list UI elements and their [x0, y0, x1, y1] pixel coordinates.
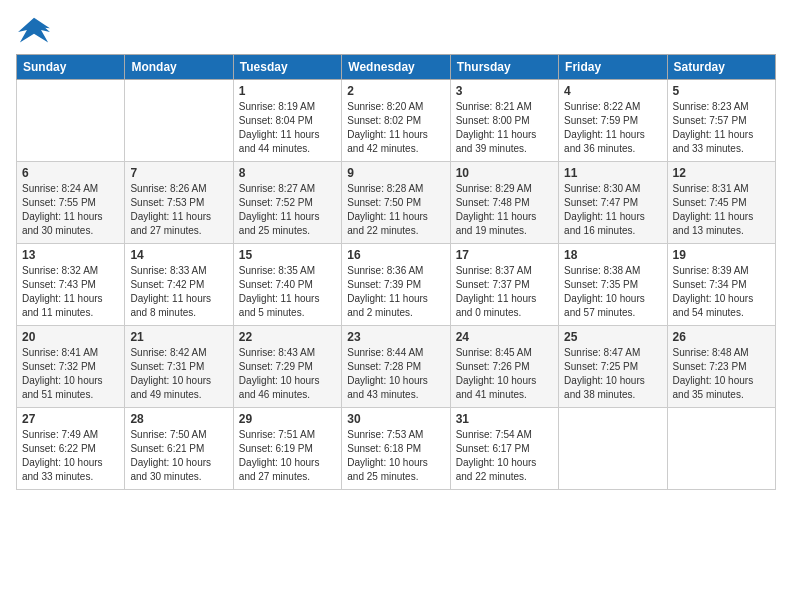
calendar-cell: 3Sunrise: 8:21 AM Sunset: 8:00 PM Daylig…: [450, 80, 558, 162]
day-number: 27: [22, 412, 119, 426]
day-info: Sunrise: 8:31 AM Sunset: 7:45 PM Dayligh…: [673, 182, 770, 238]
calendar-table: SundayMondayTuesdayWednesdayThursdayFrid…: [16, 54, 776, 490]
day-number: 2: [347, 84, 444, 98]
day-number: 20: [22, 330, 119, 344]
calendar-cell: 22Sunrise: 8:43 AM Sunset: 7:29 PM Dayli…: [233, 326, 341, 408]
day-info: Sunrise: 8:20 AM Sunset: 8:02 PM Dayligh…: [347, 100, 444, 156]
day-number: 23: [347, 330, 444, 344]
day-number: 10: [456, 166, 553, 180]
calendar-cell: [667, 408, 775, 490]
calendar-cell: 20Sunrise: 8:41 AM Sunset: 7:32 PM Dayli…: [17, 326, 125, 408]
logo: [16, 16, 56, 46]
calendar-cell: 24Sunrise: 8:45 AM Sunset: 7:26 PM Dayli…: [450, 326, 558, 408]
calendar-cell: 10Sunrise: 8:29 AM Sunset: 7:48 PM Dayli…: [450, 162, 558, 244]
day-info: Sunrise: 8:41 AM Sunset: 7:32 PM Dayligh…: [22, 346, 119, 402]
calendar-cell: 28Sunrise: 7:50 AM Sunset: 6:21 PM Dayli…: [125, 408, 233, 490]
day-number: 7: [130, 166, 227, 180]
calendar-cell: 16Sunrise: 8:36 AM Sunset: 7:39 PM Dayli…: [342, 244, 450, 326]
col-header-thursday: Thursday: [450, 55, 558, 80]
col-header-friday: Friday: [559, 55, 667, 80]
day-info: Sunrise: 8:32 AM Sunset: 7:43 PM Dayligh…: [22, 264, 119, 320]
day-info: Sunrise: 8:37 AM Sunset: 7:37 PM Dayligh…: [456, 264, 553, 320]
day-number: 8: [239, 166, 336, 180]
col-header-tuesday: Tuesday: [233, 55, 341, 80]
day-info: Sunrise: 8:44 AM Sunset: 7:28 PM Dayligh…: [347, 346, 444, 402]
day-info: Sunrise: 7:49 AM Sunset: 6:22 PM Dayligh…: [22, 428, 119, 484]
day-number: 13: [22, 248, 119, 262]
day-info: Sunrise: 8:43 AM Sunset: 7:29 PM Dayligh…: [239, 346, 336, 402]
col-header-monday: Monday: [125, 55, 233, 80]
calendar-cell: 17Sunrise: 8:37 AM Sunset: 7:37 PM Dayli…: [450, 244, 558, 326]
day-number: 1: [239, 84, 336, 98]
calendar-cell: 19Sunrise: 8:39 AM Sunset: 7:34 PM Dayli…: [667, 244, 775, 326]
col-header-wednesday: Wednesday: [342, 55, 450, 80]
day-info: Sunrise: 7:54 AM Sunset: 6:17 PM Dayligh…: [456, 428, 553, 484]
day-info: Sunrise: 7:50 AM Sunset: 6:21 PM Dayligh…: [130, 428, 227, 484]
day-info: Sunrise: 8:27 AM Sunset: 7:52 PM Dayligh…: [239, 182, 336, 238]
day-info: Sunrise: 8:29 AM Sunset: 7:48 PM Dayligh…: [456, 182, 553, 238]
day-number: 5: [673, 84, 770, 98]
day-info: Sunrise: 8:36 AM Sunset: 7:39 PM Dayligh…: [347, 264, 444, 320]
day-number: 28: [130, 412, 227, 426]
day-info: Sunrise: 7:53 AM Sunset: 6:18 PM Dayligh…: [347, 428, 444, 484]
day-number: 4: [564, 84, 661, 98]
day-number: 15: [239, 248, 336, 262]
day-info: Sunrise: 8:33 AM Sunset: 7:42 PM Dayligh…: [130, 264, 227, 320]
calendar-cell: 4Sunrise: 8:22 AM Sunset: 7:59 PM Daylig…: [559, 80, 667, 162]
calendar-cell: 21Sunrise: 8:42 AM Sunset: 7:31 PM Dayli…: [125, 326, 233, 408]
calendar-cell: 9Sunrise: 8:28 AM Sunset: 7:50 PM Daylig…: [342, 162, 450, 244]
calendar-cell: 29Sunrise: 7:51 AM Sunset: 6:19 PM Dayli…: [233, 408, 341, 490]
day-number: 24: [456, 330, 553, 344]
calendar-cell: 31Sunrise: 7:54 AM Sunset: 6:17 PM Dayli…: [450, 408, 558, 490]
day-number: 26: [673, 330, 770, 344]
calendar-cell: 15Sunrise: 8:35 AM Sunset: 7:40 PM Dayli…: [233, 244, 341, 326]
day-number: 11: [564, 166, 661, 180]
day-info: Sunrise: 8:24 AM Sunset: 7:55 PM Dayligh…: [22, 182, 119, 238]
day-number: 6: [22, 166, 119, 180]
day-info: Sunrise: 8:38 AM Sunset: 7:35 PM Dayligh…: [564, 264, 661, 320]
day-number: 12: [673, 166, 770, 180]
calendar-cell: 11Sunrise: 8:30 AM Sunset: 7:47 PM Dayli…: [559, 162, 667, 244]
calendar-cell: 23Sunrise: 8:44 AM Sunset: 7:28 PM Dayli…: [342, 326, 450, 408]
day-number: 21: [130, 330, 227, 344]
day-number: 29: [239, 412, 336, 426]
calendar-cell: 26Sunrise: 8:48 AM Sunset: 7:23 PM Dayli…: [667, 326, 775, 408]
day-info: Sunrise: 8:19 AM Sunset: 8:04 PM Dayligh…: [239, 100, 336, 156]
svg-marker-0: [18, 18, 50, 43]
day-info: Sunrise: 8:42 AM Sunset: 7:31 PM Dayligh…: [130, 346, 227, 402]
day-info: Sunrise: 8:23 AM Sunset: 7:57 PM Dayligh…: [673, 100, 770, 156]
day-info: Sunrise: 8:28 AM Sunset: 7:50 PM Dayligh…: [347, 182, 444, 238]
day-number: 14: [130, 248, 227, 262]
day-number: 31: [456, 412, 553, 426]
calendar-cell: [17, 80, 125, 162]
day-number: 18: [564, 248, 661, 262]
calendar-cell: 18Sunrise: 8:38 AM Sunset: 7:35 PM Dayli…: [559, 244, 667, 326]
day-number: 16: [347, 248, 444, 262]
calendar-cell: 7Sunrise: 8:26 AM Sunset: 7:53 PM Daylig…: [125, 162, 233, 244]
calendar-cell: 1Sunrise: 8:19 AM Sunset: 8:04 PM Daylig…: [233, 80, 341, 162]
day-info: Sunrise: 8:45 AM Sunset: 7:26 PM Dayligh…: [456, 346, 553, 402]
calendar-cell: 6Sunrise: 8:24 AM Sunset: 7:55 PM Daylig…: [17, 162, 125, 244]
col-header-sunday: Sunday: [17, 55, 125, 80]
day-info: Sunrise: 8:47 AM Sunset: 7:25 PM Dayligh…: [564, 346, 661, 402]
calendar-cell: 30Sunrise: 7:53 AM Sunset: 6:18 PM Dayli…: [342, 408, 450, 490]
calendar-cell: 5Sunrise: 8:23 AM Sunset: 7:57 PM Daylig…: [667, 80, 775, 162]
day-number: 25: [564, 330, 661, 344]
calendar-cell: 2Sunrise: 8:20 AM Sunset: 8:02 PM Daylig…: [342, 80, 450, 162]
day-info: Sunrise: 8:26 AM Sunset: 7:53 PM Dayligh…: [130, 182, 227, 238]
logo-bird-icon: [16, 16, 52, 46]
day-number: 30: [347, 412, 444, 426]
day-info: Sunrise: 8:35 AM Sunset: 7:40 PM Dayligh…: [239, 264, 336, 320]
calendar-cell: 8Sunrise: 8:27 AM Sunset: 7:52 PM Daylig…: [233, 162, 341, 244]
calendar-cell: 14Sunrise: 8:33 AM Sunset: 7:42 PM Dayli…: [125, 244, 233, 326]
calendar-cell: 12Sunrise: 8:31 AM Sunset: 7:45 PM Dayli…: [667, 162, 775, 244]
day-number: 22: [239, 330, 336, 344]
day-info: Sunrise: 8:30 AM Sunset: 7:47 PM Dayligh…: [564, 182, 661, 238]
day-info: Sunrise: 8:39 AM Sunset: 7:34 PM Dayligh…: [673, 264, 770, 320]
day-number: 19: [673, 248, 770, 262]
calendar-cell: 25Sunrise: 8:47 AM Sunset: 7:25 PM Dayli…: [559, 326, 667, 408]
col-header-saturday: Saturday: [667, 55, 775, 80]
day-number: 9: [347, 166, 444, 180]
calendar-cell: [559, 408, 667, 490]
calendar-cell: 13Sunrise: 8:32 AM Sunset: 7:43 PM Dayli…: [17, 244, 125, 326]
